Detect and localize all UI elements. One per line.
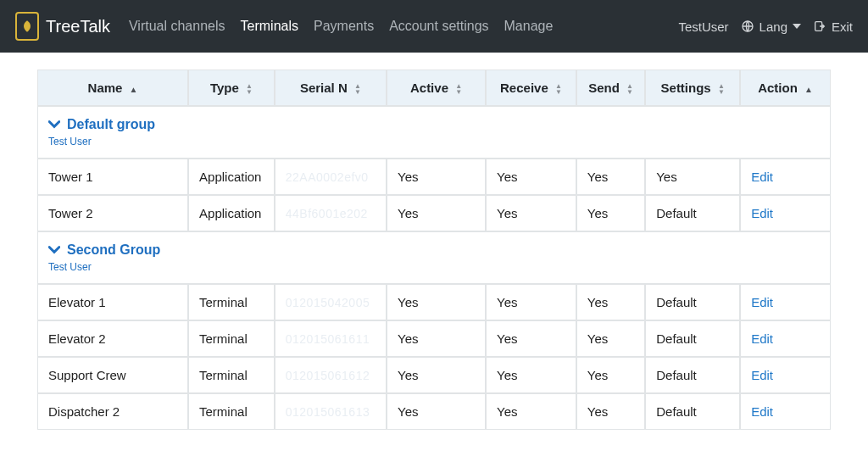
cell-receive: Yes [486, 320, 576, 357]
cell-name: Tower 2 [37, 195, 188, 231]
sort-icon: ▲▼ [246, 83, 253, 95]
sort-asc-icon: ▲ [804, 85, 813, 94]
cell-name: Elevator 1 [37, 284, 188, 320]
col-active[interactable]: Active ▲▼ [387, 70, 486, 106]
col-receive[interactable]: Receive ▲▼ [486, 70, 576, 106]
sort-icon: ▲▼ [354, 83, 361, 95]
group-sub-text: Test User [48, 136, 820, 147]
cell-settings: Yes [645, 159, 740, 195]
group-title-text: Second Group [67, 242, 160, 258]
edit-link[interactable]: Edit [751, 404, 773, 419]
cell-settings: Default [645, 195, 740, 231]
lang-label: Lang [760, 19, 787, 34]
nav-manage[interactable]: Manage [504, 19, 554, 34]
table-row: Elevator 1 Terminal 012015042005 Yes Yes… [37, 284, 831, 320]
cell-active: Yes [387, 159, 486, 195]
cell-type: Application [188, 159, 275, 195]
col-active-label: Active [410, 81, 448, 95]
cell-type: Terminal [188, 284, 275, 320]
sort-asc-icon: ▲ [130, 85, 138, 94]
cell-settings: Default [645, 393, 740, 430]
cell-settings: Default [645, 357, 740, 393]
cell-receive: Yes [486, 159, 576, 195]
cell-send: Yes [576, 284, 645, 320]
nav-right: TestUser Lang Exit [678, 19, 853, 34]
group-row: Second Group Test User [37, 231, 831, 284]
table-row: Tower 2 Application 44Bf6001e202 Yes Yes… [37, 195, 831, 231]
navbar: TreeTalk Virtual channels Terminals Paym… [0, 0, 868, 53]
cell-type: Terminal [188, 320, 275, 357]
nav-payments[interactable]: Payments [314, 19, 374, 34]
nav-links: Virtual channels Terminals Payments Acco… [129, 19, 553, 34]
cell-settings: Default [645, 320, 740, 357]
sort-icon: ▲▼ [626, 83, 633, 95]
table-row: Dispatcher 2 Terminal 012015061613 Yes Y… [37, 393, 831, 430]
exit-icon [813, 19, 826, 33]
cell-name: Tower 1 [37, 159, 188, 195]
chevron-down-icon [48, 119, 60, 131]
col-serial[interactable]: Serial N ▲▼ [275, 70, 387, 106]
nav-terminals[interactable]: Terminals [241, 19, 298, 34]
cell-name: Elevator 2 [37, 320, 188, 357]
cell-serial: 012015061612 [275, 357, 387, 393]
table-header: Name ▲ Type ▲▼ Serial N ▲▼ Active ▲▼ Rec… [37, 70, 831, 106]
table-row: Support Crew Terminal 012015061612 Yes Y… [37, 357, 831, 393]
col-serial-label: Serial N [300, 81, 348, 95]
nav-virtual-channels[interactable]: Virtual channels [129, 19, 225, 34]
brand-name: TreeTalk [46, 17, 110, 36]
cell-send: Yes [576, 357, 645, 393]
cell-type: Terminal [188, 393, 275, 430]
exit-button[interactable]: Exit [813, 19, 853, 34]
cell-receive: Yes [486, 357, 576, 393]
table-row: Elevator 2 Terminal 012015061611 Yes Yes… [37, 320, 831, 357]
brand[interactable]: TreeTalk [15, 12, 110, 41]
cell-receive: Yes [486, 393, 576, 430]
table-row: Tower 1 Application 22AA0002efv0 Yes Yes… [37, 159, 831, 195]
cell-name: Dispatcher 2 [37, 393, 188, 430]
group-toggle[interactable]: Second Group [48, 242, 820, 258]
sort-icon: ▲▼ [455, 83, 462, 95]
content: Name ▲ Type ▲▼ Serial N ▲▼ Active ▲▼ Rec… [0, 53, 868, 430]
col-name-label: Name [88, 81, 123, 95]
cell-name: Support Crew [37, 357, 188, 393]
cell-receive: Yes [486, 195, 576, 231]
edit-link[interactable]: Edit [751, 331, 773, 346]
chevron-down-icon [48, 244, 60, 256]
cell-serial: 22AA0002efv0 [275, 159, 387, 195]
col-action[interactable]: Action ▲ [740, 70, 831, 106]
cell-active: Yes [387, 195, 486, 231]
col-action-label: Action [758, 81, 798, 95]
edit-link[interactable]: Edit [751, 295, 773, 309]
cell-send: Yes [576, 393, 645, 430]
col-settings[interactable]: Settings ▲▼ [645, 70, 740, 106]
lang-dropdown[interactable]: Lang [741, 19, 801, 34]
group-row: Default group Test User [37, 106, 831, 159]
group-title-text: Default group [67, 117, 155, 132]
cell-serial: 012015042005 [275, 284, 387, 320]
leaf-icon [20, 18, 34, 35]
edit-link[interactable]: Edit [751, 368, 773, 382]
cell-send: Yes [576, 320, 645, 357]
caret-down-icon [793, 24, 801, 29]
edit-link[interactable]: Edit [751, 170, 773, 184]
col-send[interactable]: Send ▲▼ [576, 70, 645, 106]
cell-active: Yes [387, 393, 486, 430]
col-settings-label: Settings [661, 81, 711, 95]
group-toggle[interactable]: Default group [48, 117, 820, 132]
terminals-table: Name ▲ Type ▲▼ Serial N ▲▼ Active ▲▼ Rec… [37, 70, 831, 430]
col-type-label: Type [210, 81, 239, 95]
cell-type: Terminal [188, 357, 275, 393]
globe-icon [741, 19, 754, 33]
col-send-label: Send [588, 81, 620, 95]
cell-send: Yes [576, 195, 645, 231]
user-label[interactable]: TestUser [678, 19, 728, 34]
group-sub-text: Test User [48, 261, 820, 273]
cell-type: Application [188, 195, 275, 231]
nav-account-settings[interactable]: Account settings [389, 19, 488, 34]
col-type[interactable]: Type ▲▼ [188, 70, 275, 106]
sort-icon: ▲▼ [718, 83, 725, 95]
cell-serial: 012015061613 [275, 393, 387, 430]
edit-link[interactable]: Edit [751, 206, 773, 220]
brand-logo-icon [15, 12, 39, 41]
col-name[interactable]: Name ▲ [37, 70, 188, 106]
